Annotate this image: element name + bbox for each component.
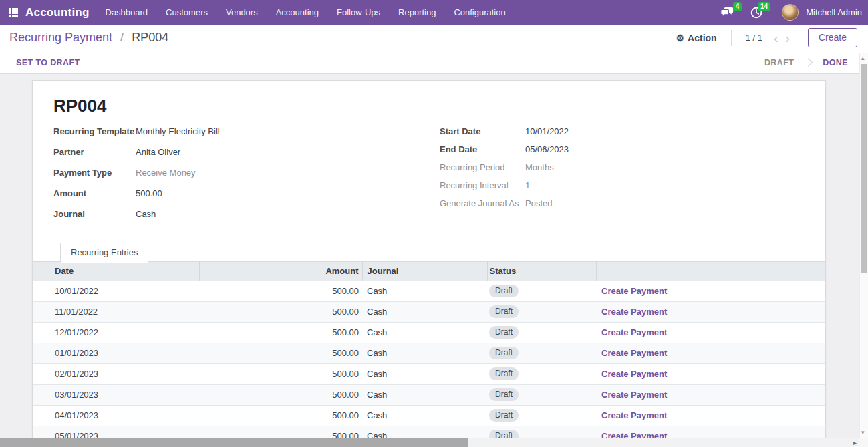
column-header-status[interactable]: Status <box>487 262 596 281</box>
table-row[interactable]: 03/01/2023500.00CashDraftCreate Payment <box>33 384 826 405</box>
field-partner: PartnerAnita Oliver <box>53 147 440 157</box>
field-recurring-period: Recurring PeriodMonths <box>440 162 569 172</box>
cell-amount: 500.00 <box>199 384 362 405</box>
field-label-start-date: Start Date <box>440 126 525 136</box>
scrollbar-corner <box>859 438 868 447</box>
nav-menu-dashboard[interactable]: Dashboard <box>106 7 148 17</box>
activities-count-badge: 14 <box>758 2 770 11</box>
create-payment-link[interactable]: Create Payment <box>601 307 667 317</box>
cell-journal: Cash <box>362 343 487 363</box>
activities-button[interactable]: 14 <box>750 7 762 19</box>
column-header-amount[interactable]: Amount <box>199 262 362 281</box>
cell-status: Draft <box>487 301 596 322</box>
field-columns: Recurring TemplateMonthly Electricity Bi… <box>33 126 825 230</box>
pager-previous-icon[interactable]: ‹ <box>774 32 778 44</box>
table-row[interactable]: 10/01/2022500.00CashDraftCreate Payment <box>33 281 826 301</box>
cell-amount: 500.00 <box>199 322 362 343</box>
field-value-recurring-interval[interactable]: 1 <box>525 180 530 190</box>
status-step-draft[interactable]: DRAFT <box>764 58 794 67</box>
field-value-amount[interactable]: 500.00 <box>136 188 162 198</box>
field-value-journal[interactable]: Cash <box>136 209 156 219</box>
create-payment-link[interactable]: Create Payment <box>601 410 667 420</box>
cell-date: 11/01/2022 <box>33 301 199 322</box>
field-value-end-date[interactable]: 05/06/2023 <box>525 144 569 154</box>
pager-next-icon[interactable]: › <box>785 32 790 44</box>
table-row[interactable]: 05/01/2023500.00CashDraftCreate Payment <box>33 426 826 438</box>
create-payment-link[interactable]: Create Payment <box>601 286 667 296</box>
field-value-generate-journal-as[interactable]: Posted <box>525 198 552 208</box>
gear-icon: ⚙ <box>676 33 685 43</box>
table-row[interactable]: 04/01/2023500.00CashDraftCreate Payment <box>33 405 826 426</box>
create-payment-link[interactable]: Create Payment <box>601 390 667 400</box>
control-panel-divider <box>731 30 732 46</box>
nav-menu-configuration[interactable]: Configuration <box>454 7 505 17</box>
status-badge: Draft <box>489 347 519 359</box>
tab-recurring-entries[interactable]: Recurring Entries <box>60 243 148 263</box>
field-label-end-date: End Date <box>440 144 525 154</box>
nav-menu-accounting[interactable]: Accounting <box>276 7 319 17</box>
create-payment-link[interactable]: Create Payment <box>601 348 667 358</box>
status-steps: DRAFTDONE <box>764 58 848 67</box>
breadcrumb-current: RP004 <box>132 31 168 44</box>
cell-action: Create Payment <box>596 301 826 322</box>
status-step-done[interactable]: DONE <box>823 58 848 67</box>
create-payment-link[interactable]: Create Payment <box>601 431 667 438</box>
user-name[interactable]: Mitchell Admin <box>806 7 862 17</box>
cell-status: Draft <box>487 426 596 438</box>
status-badge: Draft <box>489 285 519 297</box>
scroll-right-icon[interactable]: ▸ <box>853 439 857 447</box>
horizontal-scrollbar[interactable]: ▸ <box>0 438 868 447</box>
apps-menu-icon[interactable] <box>9 8 18 17</box>
nav-menus: DashboardCustomersVendorsAccountingFollo… <box>106 7 506 17</box>
scroll-up-icon[interactable]: ▴ <box>861 55 865 61</box>
cell-journal: Cash <box>362 301 487 322</box>
table-row[interactable]: 02/01/2023500.00CashDraftCreate Payment <box>33 363 826 384</box>
column-header-journal[interactable]: Journal <box>362 262 487 281</box>
form-sheet: RP004 Recurring TemplateMonthly Electric… <box>32 80 826 438</box>
status-badge: Draft <box>489 409 519 422</box>
nav-menu-customers[interactable]: Customers <box>166 7 208 17</box>
field-label-recurring-template: Recurring Template <box>53 126 136 136</box>
table-row[interactable]: 01/01/2023500.00CashDraftCreate Payment <box>33 343 826 363</box>
messages-button[interactable]: 4 <box>720 7 734 18</box>
cell-journal: Cash <box>362 405 487 426</box>
vertical-scrollbar[interactable]: ▴ ▾ <box>859 53 868 438</box>
horizontal-scrollbar-thumb[interactable] <box>0 438 468 447</box>
table-row[interactable]: 11/01/2022500.00CashDraftCreate Payment <box>33 301 826 322</box>
scroll-down-icon[interactable]: ▾ <box>861 430 865 436</box>
breadcrumb-parent-link[interactable]: Recurring Payment <box>9 31 112 44</box>
status-badge: Draft <box>489 305 519 318</box>
record-title: RP004 <box>53 96 825 116</box>
breadcrumb: Recurring Payment / RP004 <box>9 31 168 45</box>
status-step-separator-icon <box>804 58 813 67</box>
create-payment-link[interactable]: Create Payment <box>601 369 667 379</box>
statusbar: SET TO DRAFT DRAFTDONE <box>0 51 868 74</box>
field-recurring-template: Recurring TemplateMonthly Electricity Bi… <box>53 126 440 136</box>
nav-menu-vendors[interactable]: Vendors <box>226 7 258 17</box>
field-value-start-date[interactable]: 10/01/2022 <box>525 126 569 136</box>
cell-action: Create Payment <box>596 405 826 426</box>
cell-amount: 500.00 <box>199 426 362 438</box>
create-button[interactable]: Create <box>808 28 857 47</box>
action-menu-button[interactable]: ⚙ Action <box>676 33 717 43</box>
table-row[interactable]: 12/01/2022500.00CashDraftCreate Payment <box>33 322 826 343</box>
field-value-recurring-period[interactable]: Months <box>525 162 554 172</box>
field-value-payment-type[interactable]: Receive Money <box>136 168 196 178</box>
field-value-partner[interactable]: Anita Oliver <box>136 147 180 157</box>
cell-action: Create Payment <box>596 363 826 384</box>
nav-menu-follow-ups[interactable]: Follow-Ups <box>337 7 380 17</box>
field-value-recurring-template[interactable]: Monthly Electricity Bill <box>136 126 220 136</box>
create-payment-link[interactable]: Create Payment <box>601 327 667 337</box>
control-panel-right: ⚙ Action 1 / 1 ‹ › Create <box>676 28 857 47</box>
set-to-draft-button[interactable]: SET TO DRAFT <box>16 58 80 67</box>
status-badge: Draft <box>489 388 519 401</box>
status-badge: Draft <box>489 367 519 380</box>
column-header-date[interactable]: Date <box>33 262 199 281</box>
column-header-action[interactable] <box>596 262 826 281</box>
user-avatar[interactable] <box>782 4 799 21</box>
nav-menu-reporting[interactable]: Reporting <box>398 7 436 17</box>
control-panel: Recurring Payment / RP004 ⚙ Action 1 / 1… <box>0 25 868 51</box>
app-name[interactable]: Accounting <box>25 6 90 19</box>
vertical-scrollbar-thumb[interactable] <box>861 64 867 273</box>
notebook-tabs: Recurring Entries <box>33 242 825 262</box>
